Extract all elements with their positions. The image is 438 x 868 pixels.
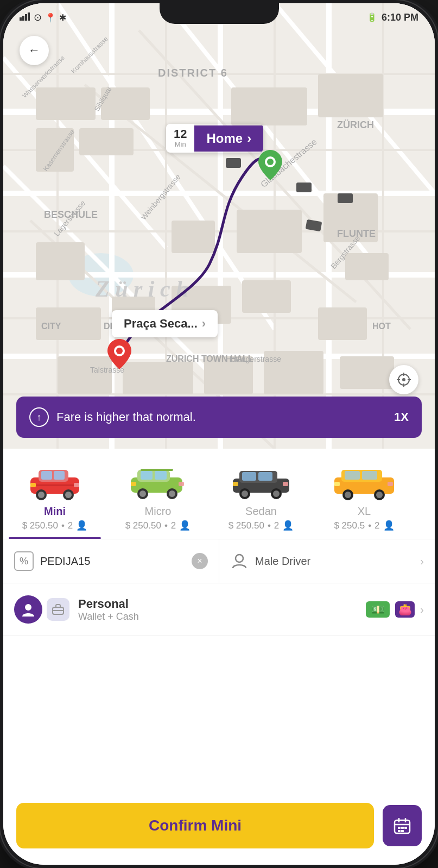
location-icon: 📍 (45, 12, 56, 23)
svg-rect-3 (28, 12, 30, 21)
confirm-button[interactable]: Confirm Mini (16, 803, 374, 848)
svg-point-77 (116, 348, 123, 354)
mini-label: Mini (44, 505, 66, 518)
svg-rect-33 (79, 128, 134, 155)
svg-rect-50 (340, 356, 394, 389)
svg-rect-36 (36, 242, 85, 280)
user-avatar (14, 595, 42, 624)
svg-rect-105 (141, 469, 173, 471)
svg-rect-93 (74, 483, 79, 487)
eta-display: 12 Min (166, 124, 194, 153)
svg-point-111 (242, 490, 248, 497)
svg-rect-86 (41, 471, 52, 480)
svg-rect-34 (231, 87, 307, 125)
svg-rect-2 (25, 14, 27, 21)
svg-rect-1 (22, 16, 24, 21)
schedule-button[interactable] (383, 805, 422, 846)
payment-info: Personal Wallet + Cash (78, 597, 357, 622)
car-type-micro[interactable]: Micro $ 250.50 • 2 👤 (106, 460, 210, 539)
svg-rect-37 (172, 221, 215, 253)
confirm-area: Confirm Mini (16, 803, 422, 848)
svg-rect-135 (401, 827, 404, 829)
svg-rect-92 (30, 483, 36, 487)
svg-rect-114 (233, 482, 238, 486)
promo-icon: % (14, 551, 34, 571)
back-button[interactable]: ← (20, 36, 49, 65)
driver-preference-section[interactable]: Male Driver › (219, 540, 435, 582)
svg-rect-73 (338, 193, 353, 203)
home-chevron-icon: › (247, 131, 251, 146)
origin-pin (107, 339, 131, 372)
svg-rect-118 (345, 471, 360, 480)
svg-text:ZURICH TOWN HALL: ZURICH TOWN HALL (166, 354, 253, 363)
svg-point-75 (267, 159, 274, 165)
car-type-xl[interactable]: XL $ 250.5 • 2 👤 (313, 460, 416, 539)
briefcase-icon (47, 598, 69, 621)
driver-chevron-icon: › (420, 555, 424, 568)
bluetooth-icon: ✱ (59, 12, 66, 23)
svg-rect-44 (242, 280, 291, 313)
svg-point-89 (38, 492, 45, 498)
status-right: 🔋 6:10 PM (367, 12, 418, 23)
back-arrow-icon: ← (28, 43, 40, 58)
svg-rect-138 (401, 830, 404, 832)
signal-icon (20, 12, 30, 23)
svg-text:Z ü r i c h: Z ü r i c h (95, 276, 189, 301)
payment-name: Personal (78, 597, 357, 611)
svg-point-126 (236, 555, 243, 562)
driver-pref-inner: Male Driver (230, 552, 310, 570)
home-button[interactable]: Home › (194, 125, 263, 152)
cash-icon: 💵 (366, 601, 390, 618)
status-left: ⊙ 📍 ✱ (20, 11, 66, 23)
driver-gender-icon (230, 552, 249, 570)
micro-price: $ 250.50 • 2 👤 (125, 520, 191, 531)
car-type-mini[interactable]: Mini $ 250.50 • 2 👤 (3, 460, 106, 539)
payment-icons (14, 595, 69, 624)
svg-text:FLUNTE: FLUNTE (337, 228, 376, 239)
sedan-car-image (226, 460, 296, 503)
svg-rect-71 (296, 183, 312, 192)
fare-info: ↑ Fare is higher that normal. (29, 407, 196, 427)
promo-driver-row: % PEDIJA15 × M (3, 539, 435, 583)
svg-rect-45 (318, 307, 367, 340)
svg-rect-47 (123, 362, 193, 394)
svg-rect-70 (226, 158, 241, 168)
home-destination-label[interactable]: 12 Min Home › (166, 124, 263, 153)
svg-rect-109 (258, 472, 272, 481)
xl-label: XL (358, 505, 371, 518)
bottom-sheet: Mini $ 250.50 • 2 👤 (3, 449, 435, 865)
sedan-price: $ 250.50 • 2 👤 (228, 520, 294, 531)
phone-screen: ⊙ 📍 ✱ 🔋 6:10 PM (3, 3, 435, 865)
notch (160, 3, 279, 24)
xl-price: $ 250.5 • 2 👤 (334, 520, 394, 531)
svg-rect-137 (398, 830, 401, 832)
svg-text:CITY: CITY (41, 322, 61, 331)
svg-rect-134 (398, 827, 401, 829)
xl-car-image (329, 460, 399, 503)
svg-text:DISTRICT 6: DISTRICT 6 (158, 67, 228, 79)
svg-point-113 (273, 490, 280, 497)
origin-label[interactable]: Praça Seca... › (112, 310, 218, 337)
fare-banner: ↑ Fare is higher that normal. 1X (16, 397, 422, 438)
svg-rect-103 (131, 482, 136, 486)
svg-point-102 (169, 490, 175, 497)
wallet-icon: 👛 (395, 601, 415, 618)
payment-chevron-icon: › (420, 603, 424, 616)
svg-point-121 (345, 492, 351, 498)
payment-section[interactable]: Personal Wallet + Cash 💵 👛 › (3, 583, 435, 636)
sedan-label: Sedan (245, 505, 277, 518)
svg-rect-97 (141, 471, 153, 480)
map-area: Gladbachestrasse Weinbergstrasse Lagerst… (3, 3, 435, 449)
svg-text:ZÜRICH: ZÜRICH (337, 119, 374, 130)
svg-rect-35 (318, 74, 383, 117)
svg-rect-46 (58, 356, 112, 394)
recenter-button[interactable] (389, 365, 418, 394)
svg-rect-115 (283, 482, 288, 486)
micro-label: Micro (145, 505, 172, 518)
car-type-sedan[interactable]: Sedan $ 250.50 • 2 👤 (210, 460, 313, 539)
promo-clear-button[interactable]: × (192, 553, 208, 569)
promo-section: % PEDIJA15 × (3, 539, 219, 583)
promo-code-display: PEDIJA15 (40, 555, 90, 568)
svg-rect-30 (36, 87, 96, 120)
svg-rect-125 (388, 482, 393, 486)
